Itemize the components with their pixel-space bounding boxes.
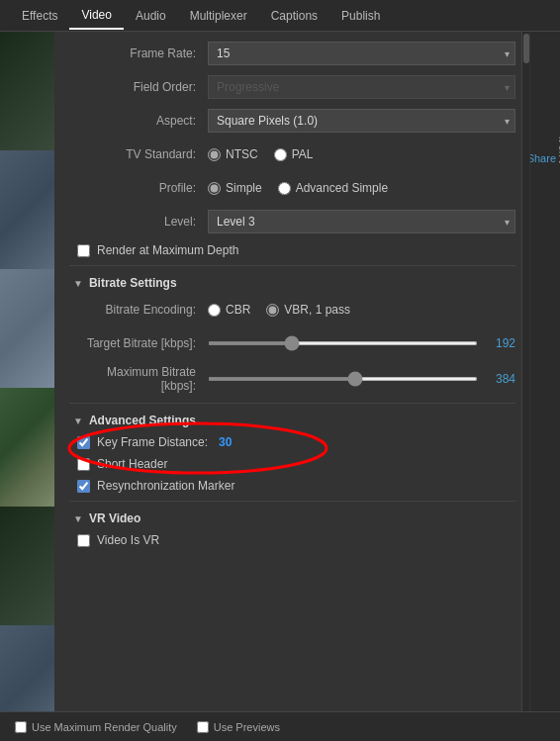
advanced-label: Advanced Simple	[296, 181, 388, 195]
tv-standard-row: TV Standard: NTSC PAL	[69, 142, 515, 166]
video-is-vr-checkbox[interactable]	[77, 534, 90, 547]
field-order-row: Field Order: Progressive ▾	[69, 75, 515, 99]
max-bitrate-slider[interactable]	[208, 377, 478, 381]
max-render-quality-checkbox[interactable]	[15, 721, 27, 733]
tv-standard-label: TV Standard:	[69, 147, 208, 161]
aspect-row: Aspect: Square Pixels (1.0) ▾	[69, 109, 515, 133]
render-max-depth-checkbox[interactable]	[77, 244, 90, 257]
max-render-quality-label: Use Maximum Render Quality	[32, 721, 177, 733]
resync-checkbox[interactable]	[77, 480, 90, 493]
thumbnail-5	[0, 507, 54, 625]
bitrate-section-header: ▼ Bitrate Settings	[69, 276, 515, 290]
target-bitrate-row: Target Bitrate [kbps]: 192	[69, 331, 515, 355]
short-header-row: Short Header	[69, 457, 515, 471]
bottom-spacer	[69, 555, 515, 604]
keyframe-label: Key Frame Distance:	[97, 435, 208, 449]
settings-panel: Frame Rate: 15 24 29.97 30 ▾ Field Order…	[54, 32, 530, 741]
frame-rate-select[interactable]: 15 24 29.97 30	[208, 42, 515, 65]
vbr-radio[interactable]	[266, 304, 279, 317]
tab-multiplexer[interactable]: Multiplexer	[178, 3, 259, 29]
ntsc-radio[interactable]	[208, 148, 221, 161]
advanced-section: ▼ Advanced Settings Key Frame Distance: …	[69, 403, 515, 493]
bitrate-title: Bitrate Settings	[89, 276, 177, 290]
highlight-circle-svg	[64, 420, 331, 480]
vbr-option[interactable]: VBR, 1 pass	[266, 303, 350, 317]
tab-publish[interactable]: Publish	[329, 3, 392, 29]
simple-radio[interactable]	[208, 182, 221, 195]
advanced-option[interactable]: Advanced Simple	[278, 181, 388, 195]
profile-row: Profile: Simple Advanced Simple	[69, 176, 515, 200]
aspect-label: Aspect:	[69, 114, 208, 128]
target-bitrate-control: 192	[208, 336, 515, 350]
tv-standard-group: NTSC PAL	[208, 147, 515, 161]
bitrate-toggle[interactable]: ▼	[73, 278, 83, 289]
advanced-title: Advanced Settings	[89, 414, 196, 427]
ntsc-option[interactable]: NTSC	[208, 147, 258, 161]
simple-option[interactable]: Simple	[208, 181, 262, 195]
max-bitrate-row: Maximum Bitrate [kbps]: 384	[69, 365, 515, 393]
tab-video[interactable]: Video	[69, 2, 123, 30]
video-is-vr-label: Video Is VR	[97, 533, 159, 547]
profile-control: Simple Advanced Simple	[208, 181, 515, 195]
keyframe-highlight-wrapper: Key Frame Distance: 30	[69, 435, 515, 457]
advanced-section-header: ▼ Advanced Settings	[69, 414, 515, 427]
level-select[interactable]: Level 3	[208, 210, 515, 233]
scrollbar-thumb[interactable]	[523, 34, 529, 63]
vr-section-header: ▼ VR Video	[69, 511, 515, 525]
simple-label: Simple	[226, 181, 262, 195]
aspect-control: Square Pixels (1.0) ▾	[208, 109, 515, 133]
cbr-label: CBR	[226, 303, 250, 317]
target-bitrate-value: 192	[486, 336, 515, 350]
cbr-option[interactable]: CBR	[208, 303, 250, 317]
resync-row: Resynchronization Marker	[69, 479, 515, 493]
tab-audio[interactable]: Audio	[124, 3, 178, 29]
max-render-quality-item: Use Maximum Render Quality	[15, 721, 177, 733]
vr-section: ▼ VR Video Video Is VR	[69, 501, 515, 547]
main-content: Frame Rate: 15 24 29.97 30 ▾ Field Order…	[0, 32, 560, 741]
tv-standard-control: NTSC PAL	[208, 147, 515, 161]
field-order-wrapper: Progressive ▾	[208, 75, 515, 99]
max-bitrate-label: Maximum Bitrate [kbps]:	[69, 365, 208, 393]
keyframe-checkbox[interactable]	[77, 436, 90, 449]
thumbnail-4	[0, 388, 54, 507]
advanced-radio[interactable]	[278, 182, 291, 195]
tab-effects[interactable]: Effects	[10, 3, 69, 29]
bitrate-encoding-row: Bitrate Encoding: CBR VBR, 1 pass	[69, 298, 515, 322]
vr-toggle[interactable]: ▼	[73, 513, 83, 524]
use-previews-item: Use Previews	[197, 721, 280, 733]
keyframe-value: 30	[219, 435, 232, 449]
frame-rate-label: Frame Rate:	[69, 46, 208, 60]
keyframe-row: Key Frame Distance: 30	[69, 435, 515, 449]
right-panel-share[interactable]: Share	[530, 150, 560, 166]
field-order-label: Field Order:	[69, 80, 208, 94]
field-order-control: Progressive ▾	[208, 75, 515, 99]
tab-captions[interactable]: Captions	[259, 3, 329, 29]
scrollbar[interactable]	[521, 32, 529, 711]
vbr-label: VBR, 1 pass	[284, 303, 350, 317]
resync-label: Resynchronization Marker	[97, 479, 234, 493]
thumbnail-1	[0, 32, 54, 150]
max-bitrate-control: 384	[208, 372, 515, 386]
top-nav: Effects Video Audio Multiplexer Captions…	[0, 0, 560, 32]
profile-label: Profile:	[69, 181, 208, 195]
bitrate-encoding-group: CBR VBR, 1 pass	[208, 303, 515, 317]
pal-option[interactable]: PAL	[274, 147, 314, 161]
level-control: Level 3 ▾	[208, 210, 515, 233]
pal-radio[interactable]	[274, 148, 287, 161]
use-previews-label: Use Previews	[214, 721, 280, 733]
render-max-depth-label: Render at Maximum Depth	[97, 243, 238, 257]
short-header-checkbox[interactable]	[77, 458, 90, 471]
use-previews-checkbox[interactable]	[197, 721, 209, 733]
thumbnail-strip	[0, 32, 54, 741]
advanced-toggle[interactable]: ▼	[73, 416, 83, 426]
video-is-vr-row: Video Is VR	[69, 533, 515, 547]
field-order-select[interactable]: Progressive	[208, 75, 515, 99]
level-wrapper: Level 3 ▾	[208, 210, 515, 233]
frame-rate-wrapper: 15 24 29.97 30 ▾	[208, 42, 515, 65]
aspect-select[interactable]: Square Pixels (1.0)	[208, 109, 515, 133]
aspect-wrapper: Square Pixels (1.0) ▾	[208, 109, 515, 133]
bitrate-section: ▼ Bitrate Settings Bitrate Encoding: CBR…	[69, 265, 515, 393]
level-label: Level:	[69, 215, 208, 229]
target-bitrate-slider[interactable]	[208, 341, 478, 345]
cbr-radio[interactable]	[208, 304, 221, 317]
